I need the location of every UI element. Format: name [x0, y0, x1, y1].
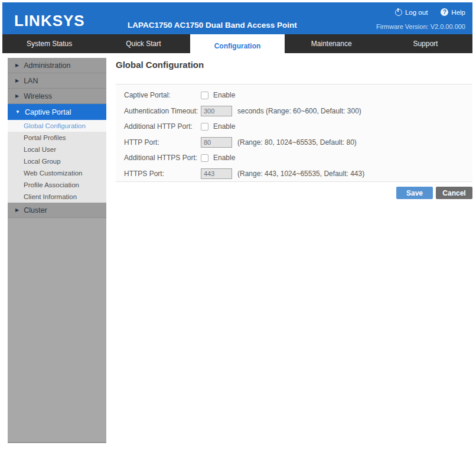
- sidebar-item-label: LAN: [24, 77, 38, 85]
- help-link[interactable]: ? Help: [441, 8, 465, 16]
- header-links: Log out ? Help: [395, 8, 465, 16]
- question-mark-icon: ?: [441, 8, 448, 16]
- checkbox-label: Enable: [213, 91, 235, 99]
- sidebar-item-label: Wireless: [24, 92, 52, 100]
- tab-maintenance[interactable]: Maintenance: [285, 34, 379, 53]
- checkbox-label: Enable: [213, 122, 235, 131]
- sidebar-subitem-client-information[interactable]: Client Information: [8, 191, 106, 203]
- logout-link[interactable]: Log out: [395, 9, 428, 16]
- field-label: Captive Portal:: [124, 91, 201, 99]
- power-icon: [395, 9, 402, 16]
- auth-timeout-input[interactable]: [201, 106, 232, 116]
- field-hint: (Range: 443, 1024~65535, Default: 443): [237, 170, 364, 178]
- sidebar-item-label: Cluster: [24, 206, 47, 214]
- tab-support[interactable]: Support: [379, 34, 472, 53]
- form-row-https-port: HTTPS Port: (Range: 443, 1024~65535, Def…: [116, 166, 472, 182]
- chevron-right-icon: ▶: [15, 207, 19, 213]
- captive-portal-enable-checkbox[interactable]: [201, 92, 208, 99]
- help-label: Help: [451, 9, 465, 16]
- tab-system-status[interactable]: System Status: [2, 34, 96, 53]
- additional-https-enable-checkbox[interactable]: [201, 154, 208, 162]
- page-title: Global Configuration: [116, 60, 204, 70]
- global-configuration-form: Captive Portal: Enable Authentication Ti…: [116, 84, 472, 182]
- tab-quick-start[interactable]: Quick Start: [96, 34, 190, 53]
- sidebar: ▶ Administration ▶ LAN ▶ Wireless ▼ Capt…: [8, 58, 106, 443]
- app-header: LINKSYS LAPAC1750 AC1750 Dual Band Acces…: [2, 2, 472, 34]
- additional-http-enable-checkbox[interactable]: [201, 123, 208, 131]
- field-label: Authentication Timeout:: [124, 107, 201, 115]
- sidebar-item-wireless[interactable]: ▶ Wireless: [8, 89, 106, 104]
- sidebar-item-administration[interactable]: ▶ Administration: [8, 58, 106, 73]
- chevron-right-icon: ▶: [15, 78, 19, 83]
- page: LINKSYS LAPAC1750 AC1750 Dual Band Acces…: [0, 0, 476, 449]
- sidebar-subitem-portal-profiles[interactable]: Portal Profiles: [8, 132, 106, 144]
- captive-portal-submenu: Global Configuration Portal Profiles Loc…: [8, 120, 106, 203]
- checkbox-label: Enable: [213, 154, 235, 162]
- sidebar-item-lan[interactable]: ▶ LAN: [8, 73, 106, 89]
- field-hint: (Range: 80, 1024~65535, Default: 80): [237, 138, 357, 147]
- form-actions: Save Cancel: [396, 187, 472, 199]
- logout-label: Log out: [405, 9, 428, 16]
- sidebar-item-cluster[interactable]: ▶ Cluster: [8, 203, 106, 218]
- field-label: HTTPS Port:: [124, 170, 201, 178]
- sidebar-subitem-local-group[interactable]: Local Group: [8, 155, 106, 167]
- form-row-captive-portal: Captive Portal: Enable: [116, 87, 472, 103]
- device-title: LAPAC1750 AC1750 Dual Band Access Point: [128, 21, 297, 30]
- form-row-http-port: HTTP Port: (Range: 80, 1024~65535, Defau…: [116, 135, 472, 151]
- chevron-right-icon: ▶: [15, 63, 19, 68]
- form-row-additional-https: Additional HTTPS Port: Enable: [116, 150, 472, 166]
- save-button[interactable]: Save: [396, 187, 433, 199]
- linksys-logo: LINKSYS: [14, 12, 85, 30]
- sidebar-item-label: Administration: [24, 61, 70, 70]
- cancel-button[interactable]: Cancel: [436, 187, 472, 199]
- firmware-version: Firmware Version: V2.0.00.000: [376, 23, 465, 30]
- field-label: HTTP Port:: [124, 138, 201, 147]
- sidebar-item-captive-portal[interactable]: ▼ Captive Portal: [8, 104, 106, 120]
- chevron-right-icon: ▶: [15, 93, 19, 99]
- chevron-down-icon: ▼: [15, 109, 20, 115]
- sidebar-subitem-global-configuration[interactable]: Global Configuration: [8, 120, 106, 132]
- form-row-auth-timeout: Authentication Timeout: seconds (Range: …: [116, 103, 472, 119]
- field-label: Additional HTTP Port:: [124, 122, 201, 131]
- http-port-input[interactable]: [201, 137, 232, 148]
- sidebar-subitem-profile-association[interactable]: Profile Association: [8, 179, 106, 191]
- sidebar-subitem-local-user[interactable]: Local User: [8, 144, 106, 155]
- field-hint: seconds (Range: 60~600, Default: 300): [237, 107, 361, 115]
- sidebar-item-label: Captive Portal: [25, 108, 71, 116]
- form-row-additional-http: Additional HTTP Port: Enable: [116, 119, 472, 135]
- field-label: Additional HTTPS Port:: [124, 154, 201, 162]
- sidebar-subitem-web-customization[interactable]: Web Customization: [8, 167, 106, 179]
- https-port-input[interactable]: [201, 168, 232, 179]
- tab-bar: System Status Quick Start Configuration …: [2, 34, 472, 53]
- tab-configuration[interactable]: Configuration: [190, 34, 284, 57]
